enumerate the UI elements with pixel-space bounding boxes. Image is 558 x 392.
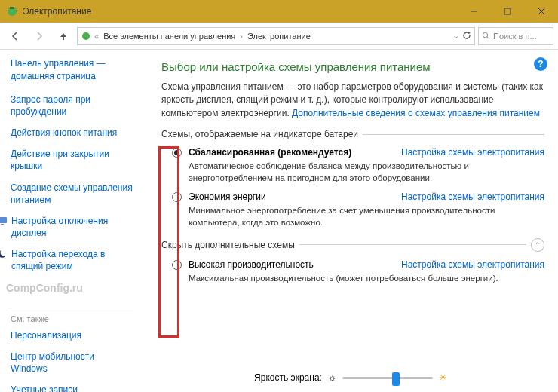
seealso-heading: См. также — [11, 314, 133, 323]
brightness-slider[interactable] — [342, 377, 433, 379]
refresh-icon[interactable] — [462, 31, 471, 41]
power-options-icon — [81, 31, 91, 41]
svg-point-12 — [1, 250, 8, 256]
sun-dim-icon: ☼ — [328, 372, 336, 383]
plans-group-hidden: Скрыть дополнительные схемы ⌃ Высокая пр… — [161, 238, 544, 284]
svg-rect-3 — [504, 8, 510, 14]
close-button[interactable] — [524, 0, 558, 23]
plan-balanced: Сбалансированная (рекомендуется) Настрой… — [172, 147, 544, 184]
svg-line-8 — [487, 37, 489, 39]
watermark-text: CompConfig.ru — [6, 282, 133, 294]
plan-balanced-settings-link[interactable]: Настройка схемы электропитания — [394, 147, 544, 158]
plan-high-perf-settings-link[interactable]: Настройка схемы электропитания — [394, 259, 544, 270]
sidebar-seealso-accounts[interactable]: Учетные записи пользователей — [11, 384, 133, 392]
breadcrumb-all-items[interactable]: Все элементы панели управления — [102, 32, 237, 41]
svg-rect-10 — [1, 224, 4, 225]
display-icon — [0, 216, 8, 226]
search-input[interactable]: Поиск в п... — [478, 27, 553, 45]
slider-thumb[interactable] — [392, 372, 400, 386]
plan-saver: Экономия энергии Настройка схемы электро… — [172, 191, 544, 228]
window-title: Электропитание — [23, 6, 456, 17]
radio-high-perf[interactable] — [172, 260, 182, 270]
divider-line — [299, 244, 526, 245]
plan-saver-settings-link[interactable]: Настройка схемы электропитания — [394, 191, 544, 202]
chevron-right-icon: › — [240, 32, 243, 41]
breadcrumb-sep: « — [94, 32, 99, 41]
help-icon[interactable]: ? — [534, 57, 547, 71]
radio-saver[interactable] — [172, 192, 182, 202]
sidebar-seealso-personalization[interactable]: Персонализация — [11, 329, 133, 341]
power-options-icon — [6, 5, 18, 17]
radio-balanced[interactable] — [172, 148, 182, 158]
sidebar-link-sleep[interactable]: Настройка перехода в спящий режим — [11, 248, 133, 272]
sidebar-link-power-buttons[interactable]: Действия кнопок питания — [11, 127, 133, 139]
svg-rect-1 — [10, 7, 14, 9]
plan-high-perf-title[interactable]: Высокая производительность — [189, 259, 314, 270]
control-panel-home-link[interactable]: Панель управления — домашняя страница — [11, 57, 133, 83]
plan-saver-title[interactable]: Экономия энергии — [189, 191, 266, 202]
forward-button[interactable] — [29, 26, 50, 46]
sidebar: Панель управления — домашняя страница За… — [0, 50, 143, 392]
svg-point-6 — [82, 32, 90, 40]
brightness-control: Яркость экрана: ☼ ☀ — [143, 368, 558, 387]
sun-bright-icon: ☀ — [439, 372, 447, 383]
learn-more-link[interactable]: Дополнительные сведения о схемах управле… — [292, 108, 540, 118]
navbar: « Все элементы панели управления › Элект… — [0, 23, 558, 50]
collapse-toggle[interactable]: ⌃ — [531, 238, 544, 252]
plan-balanced-title[interactable]: Сбалансированная (рекомендуется) — [189, 147, 351, 158]
sidebar-divider — [8, 308, 133, 308]
search-placeholder: Поиск в п... — [493, 32, 537, 41]
breadcrumb-power[interactable]: Электропитание — [246, 32, 312, 41]
address-bar[interactable]: « Все элементы панели управления › Элект… — [77, 27, 475, 45]
sidebar-link-lid-close[interactable]: Действие при закрытии крышки — [11, 148, 133, 172]
sidebar-link-display-off[interactable]: Настройка отключения дисплея — [11, 215, 133, 239]
divider-line — [363, 134, 544, 135]
sidebar-link-password[interactable]: Запрос пароля при пробуждении — [11, 93, 133, 118]
svg-rect-9 — [0, 217, 7, 223]
plans-group-shown: Схемы, отображаемые на индикаторе батаре… — [161, 129, 544, 228]
maximize-button[interactable] — [490, 0, 524, 23]
plan-balanced-desc: Автоматическое соблюдение баланса между … — [189, 160, 520, 184]
plan-saver-desc: Минимальное энергопотребление за счет ум… — [189, 204, 520, 228]
search-icon — [482, 32, 490, 40]
group-legend-shown: Схемы, отображаемые на индикаторе батаре… — [161, 129, 358, 139]
sidebar-link-create-plan[interactable]: Создание схемы управления питанием — [11, 182, 133, 206]
plan-high-perf: Высокая производительность Настройка схе… — [172, 259, 544, 284]
page-heading: Выбор или настройка схемы управления пит… — [161, 60, 544, 73]
chevron-down-icon[interactable]: ⌄ — [452, 31, 459, 41]
svg-point-7 — [483, 32, 487, 37]
brightness-label: Яркость экрана: — [254, 372, 322, 383]
moon-icon — [0, 249, 8, 259]
page-description: Схема управления питанием — это набор па… — [161, 81, 544, 120]
back-button[interactable] — [5, 26, 26, 46]
up-button[interactable] — [53, 26, 74, 46]
group-legend-hidden: Скрыть дополнительные схемы — [161, 240, 295, 250]
sidebar-seealso-mobility[interactable]: Центр мобильности Windows — [11, 351, 133, 375]
titlebar: Электропитание — [0, 0, 558, 23]
minimize-button[interactable] — [456, 0, 490, 23]
main-content: ? Выбор или настройка схемы управления п… — [143, 50, 558, 392]
plan-high-perf-desc: Максимальная производительность (может п… — [189, 272, 520, 284]
